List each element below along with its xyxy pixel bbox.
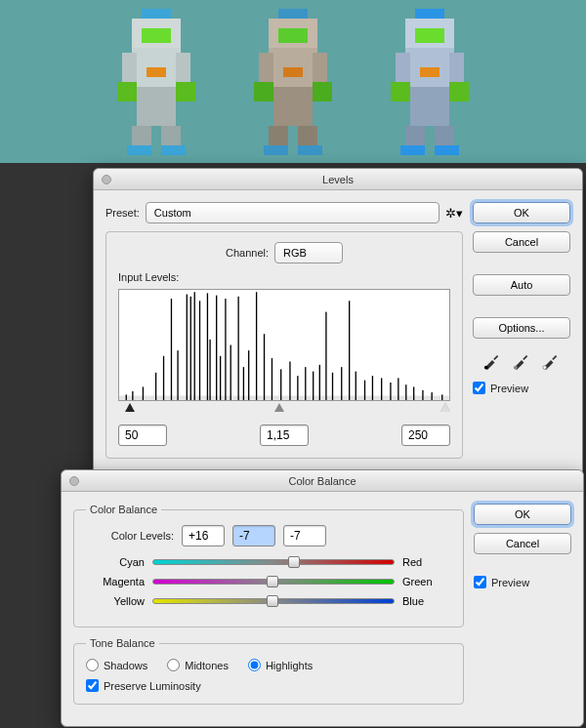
shadows-radio[interactable] [86, 659, 99, 671]
black-point-slider[interactable] [125, 403, 135, 412]
sprite-1 [103, 9, 210, 155]
gamma-slider[interactable] [274, 403, 284, 412]
close-icon[interactable] [69, 476, 79, 486]
svg-rect-55 [216, 296, 217, 400]
tone-legend: Tone Balance [86, 637, 159, 649]
preview-label: Preview [491, 577, 529, 588]
cancel-button[interactable]: Cancel [473, 231, 570, 253]
preview-checkbox[interactable] [473, 382, 485, 394]
auto-button[interactable]: Auto [473, 274, 570, 296]
magenta-label: Magenta [86, 576, 145, 587]
midtones-radio[interactable] [167, 659, 180, 671]
svg-rect-16 [278, 28, 308, 43]
svg-rect-35 [449, 82, 469, 101]
highlights-radio[interactable] [248, 659, 261, 671]
svg-rect-12 [127, 145, 151, 155]
svg-rect-5 [176, 53, 190, 87]
level-3-input[interactable] [283, 525, 326, 546]
svg-rect-36 [410, 87, 449, 126]
close-icon[interactable] [102, 175, 111, 184]
cyan-red-thumb[interactable] [288, 556, 300, 568]
magenta-green-thumb[interactable] [267, 576, 278, 587]
svg-rect-57 [225, 299, 226, 400]
svg-rect-11 [146, 67, 166, 77]
yellow-blue-thumb[interactable] [267, 595, 278, 607]
svg-rect-68 [305, 367, 306, 400]
color-balance-dialog: Color Balance Color Balance Color Levels… [61, 469, 584, 727]
eyedropper-white-icon[interactable] [541, 350, 561, 370]
level-2-input[interactable] [232, 525, 275, 546]
svg-rect-56 [220, 356, 221, 400]
yellow-blue-slider[interactable] [152, 598, 395, 604]
histogram-sliders [118, 403, 450, 417]
cb-titlebar[interactable]: Color Balance [62, 470, 583, 492]
svg-rect-13 [161, 145, 186, 155]
svg-rect-22 [273, 87, 313, 126]
midtones-label: Midtones [185, 660, 229, 671]
svg-point-88 [514, 366, 518, 370]
magenta-green-slider[interactable] [152, 579, 395, 585]
preset-select[interactable]: Custom [146, 202, 440, 223]
sprite-3 [376, 9, 483, 155]
svg-rect-49 [187, 295, 188, 400]
cyan-red-slider[interactable] [152, 559, 395, 565]
ok-button[interactable]: OK [473, 202, 570, 223]
svg-rect-34 [391, 82, 410, 101]
channel-group: Channel: RGB Input Levels: [105, 231, 463, 459]
preview-checkbox[interactable] [474, 576, 486, 588]
svg-rect-54 [209, 340, 210, 400]
eyedropper-gray-icon[interactable] [512, 350, 531, 370]
sprite-2 [239, 9, 347, 155]
svg-rect-18 [259, 53, 273, 87]
svg-rect-86 [119, 395, 449, 400]
levels-title: Levels [322, 174, 354, 185]
cancel-button[interactable]: Cancel [474, 533, 571, 554]
svg-rect-33 [449, 53, 464, 87]
svg-rect-6 [117, 82, 137, 101]
svg-rect-8 [137, 87, 176, 126]
svg-rect-41 [435, 145, 459, 155]
ok-button[interactable]: OK [474, 504, 571, 525]
color-balance-group: Color Balance Color Levels: Cyan Red Mag… [73, 504, 464, 627]
svg-rect-64 [272, 358, 272, 400]
preset-menu-icon[interactable]: ✲▾ [445, 206, 463, 221]
level-1-input[interactable] [182, 525, 225, 546]
svg-rect-59 [237, 297, 238, 400]
svg-rect-48 [177, 350, 178, 400]
svg-rect-62 [256, 292, 257, 400]
preserve-label: Preserve Luminosity [104, 680, 201, 692]
channel-label: Channel: [226, 247, 269, 259]
svg-rect-71 [325, 312, 326, 400]
svg-rect-63 [264, 334, 265, 400]
white-input[interactable] [401, 425, 450, 446]
preserve-luminosity-checkbox[interactable] [86, 679, 99, 692]
svg-point-89 [543, 366, 547, 370]
svg-rect-25 [283, 67, 303, 77]
svg-rect-58 [230, 345, 231, 401]
highlights-label: Highlights [266, 660, 313, 671]
channel-select[interactable]: RGB [274, 242, 343, 263]
svg-rect-40 [400, 145, 425, 155]
svg-rect-27 [298, 145, 322, 155]
white-point-slider[interactable] [440, 403, 450, 412]
red-label: Red [402, 556, 451, 568]
cyan-label: Cyan [86, 556, 145, 568]
tone-balance-group: Tone Balance Shadows Midtones Highlights… [73, 637, 464, 705]
preset-label: Preset: [105, 207, 140, 219]
black-input[interactable] [118, 425, 167, 446]
levels-titlebar[interactable]: Levels [94, 169, 582, 190]
svg-rect-39 [420, 67, 440, 77]
svg-point-87 [484, 366, 488, 370]
preview-label: Preview [490, 383, 528, 394]
options-button[interactable]: Options... [473, 317, 570, 339]
sprite-preview-area [0, 0, 586, 163]
gamma-input[interactable] [260, 425, 309, 446]
svg-rect-46 [163, 356, 164, 400]
svg-rect-4 [122, 53, 137, 87]
svg-rect-74 [349, 301, 350, 400]
svg-rect-73 [341, 367, 342, 400]
shadows-label: Shadows [104, 660, 147, 671]
color-levels-label: Color Levels: [86, 530, 174, 542]
cb-title: Color Balance [288, 475, 356, 487]
eyedropper-black-icon[interactable] [482, 350, 502, 370]
